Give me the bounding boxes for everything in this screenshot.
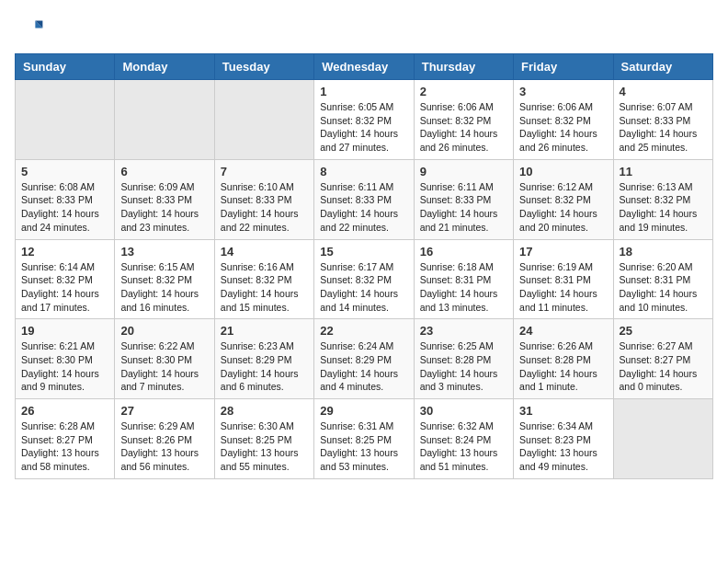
day-info: Sunrise: 6:09 AM Sunset: 8:33 PM Dayligh… [120, 180, 208, 235]
day-number: 16 [420, 245, 507, 259]
day-info: Sunrise: 6:28 AM Sunset: 8:27 PM Dayligh… [21, 419, 108, 474]
calendar-cell: 7Sunrise: 6:10 AM Sunset: 8:33 PM Daylig… [214, 159, 313, 239]
day-info: Sunrise: 6:17 AM Sunset: 8:32 PM Dayligh… [320, 260, 407, 315]
day-number: 19 [21, 324, 108, 338]
day-info: Sunrise: 6:16 AM Sunset: 8:32 PM Dayligh… [221, 260, 308, 315]
calendar-header-thursday: Thursday [414, 54, 513, 80]
calendar-cell: 26Sunrise: 6:28 AM Sunset: 8:27 PM Dayli… [16, 399, 115, 479]
calendar-cell: 27Sunrise: 6:29 AM Sunset: 8:26 PM Dayli… [115, 399, 214, 479]
calendar-cell: 30Sunrise: 6:32 AM Sunset: 8:24 PM Dayli… [414, 399, 513, 479]
day-number: 22 [320, 324, 407, 338]
day-number: 1 [320, 85, 407, 98]
day-info: Sunrise: 6:18 AM Sunset: 8:31 PM Dayligh… [420, 260, 507, 315]
logo-icon [15, 15, 44, 44]
calendar-cell: 2Sunrise: 6:06 AM Sunset: 8:32 PM Daylig… [414, 80, 513, 160]
day-number: 15 [320, 245, 407, 259]
day-info: Sunrise: 6:31 AM Sunset: 8:25 PM Dayligh… [320, 419, 407, 474]
day-number: 24 [519, 324, 607, 338]
day-number: 12 [21, 245, 108, 259]
calendar-cell: 25Sunrise: 6:27 AM Sunset: 8:27 PM Dayli… [613, 319, 712, 399]
calendar-cell: 8Sunrise: 6:11 AM Sunset: 8:33 PM Daylig… [314, 159, 414, 239]
day-info: Sunrise: 6:20 AM Sunset: 8:31 PM Dayligh… [620, 260, 707, 315]
calendar-header-saturday: Saturday [613, 54, 712, 80]
day-number: 21 [221, 324, 308, 338]
day-info: Sunrise: 6:06 AM Sunset: 8:32 PM Dayligh… [519, 100, 607, 155]
calendar-cell: 3Sunrise: 6:06 AM Sunset: 8:32 PM Daylig… [514, 80, 613, 160]
day-number: 13 [120, 245, 208, 259]
day-number: 8 [320, 165, 407, 178]
calendar-cell: 6Sunrise: 6:09 AM Sunset: 8:33 PM Daylig… [115, 159, 214, 239]
calendar-cell: 10Sunrise: 6:12 AM Sunset: 8:32 PM Dayli… [514, 159, 613, 239]
day-info: Sunrise: 6:11 AM Sunset: 8:33 PM Dayligh… [320, 180, 407, 235]
day-number: 27 [120, 404, 208, 418]
calendar-table: SundayMondayTuesdayWednesdayThursdayFrid… [15, 53, 713, 479]
calendar-cell: 18Sunrise: 6:20 AM Sunset: 8:31 PM Dayli… [613, 239, 712, 319]
day-number: 9 [420, 165, 507, 178]
calendar-cell: 29Sunrise: 6:31 AM Sunset: 8:25 PM Dayli… [314, 399, 414, 479]
day-info: Sunrise: 6:21 AM Sunset: 8:30 PM Dayligh… [21, 339, 108, 394]
logo [15, 15, 48, 44]
calendar-cell: 28Sunrise: 6:30 AM Sunset: 8:25 PM Dayli… [214, 399, 313, 479]
calendar-cell: 22Sunrise: 6:24 AM Sunset: 8:29 PM Dayli… [314, 319, 414, 399]
day-number: 25 [620, 324, 707, 338]
calendar-cell: 11Sunrise: 6:13 AM Sunset: 8:32 PM Dayli… [613, 159, 712, 239]
calendar-row-0: 1Sunrise: 6:05 AM Sunset: 8:32 PM Daylig… [16, 80, 713, 160]
day-info: Sunrise: 6:12 AM Sunset: 8:32 PM Dayligh… [519, 180, 607, 235]
calendar-cell: 5Sunrise: 6:08 AM Sunset: 8:33 PM Daylig… [16, 159, 115, 239]
day-number: 31 [519, 404, 607, 418]
day-number: 18 [620, 245, 707, 259]
calendar-cell: 1Sunrise: 6:05 AM Sunset: 8:32 PM Daylig… [314, 80, 414, 160]
calendar-cell [16, 80, 115, 160]
calendar-header-row: SundayMondayTuesdayWednesdayThursdayFrid… [16, 54, 713, 80]
calendar-cell: 31Sunrise: 6:34 AM Sunset: 8:23 PM Dayli… [514, 399, 613, 479]
day-info: Sunrise: 6:26 AM Sunset: 8:28 PM Dayligh… [519, 339, 607, 394]
day-info: Sunrise: 6:22 AM Sunset: 8:30 PM Dayligh… [120, 339, 208, 394]
page-header [15, 15, 713, 44]
day-info: Sunrise: 6:30 AM Sunset: 8:25 PM Dayligh… [221, 419, 308, 474]
day-info: Sunrise: 6:32 AM Sunset: 8:24 PM Dayligh… [420, 419, 507, 474]
calendar-row-2: 12Sunrise: 6:14 AM Sunset: 8:32 PM Dayli… [16, 239, 713, 319]
day-info: Sunrise: 6:10 AM Sunset: 8:33 PM Dayligh… [221, 180, 308, 235]
day-info: Sunrise: 6:14 AM Sunset: 8:32 PM Dayligh… [21, 260, 108, 315]
day-info: Sunrise: 6:34 AM Sunset: 8:23 PM Dayligh… [519, 419, 607, 474]
day-number: 30 [420, 404, 507, 418]
day-info: Sunrise: 6:07 AM Sunset: 8:33 PM Dayligh… [620, 100, 707, 155]
calendar-cell [214, 80, 313, 160]
day-number: 3 [519, 85, 607, 98]
calendar-cell: 19Sunrise: 6:21 AM Sunset: 8:30 PM Dayli… [16, 319, 115, 399]
calendar-cell: 13Sunrise: 6:15 AM Sunset: 8:32 PM Dayli… [115, 239, 214, 319]
day-number: 2 [420, 85, 507, 98]
day-number: 6 [120, 165, 208, 178]
day-info: Sunrise: 6:15 AM Sunset: 8:32 PM Dayligh… [120, 260, 208, 315]
calendar-cell [115, 80, 214, 160]
calendar-header-friday: Friday [514, 54, 613, 80]
calendar-cell: 14Sunrise: 6:16 AM Sunset: 8:32 PM Dayli… [214, 239, 313, 319]
calendar-cell: 24Sunrise: 6:26 AM Sunset: 8:28 PM Dayli… [514, 319, 613, 399]
calendar-row-4: 26Sunrise: 6:28 AM Sunset: 8:27 PM Dayli… [16, 399, 713, 479]
calendar-cell: 15Sunrise: 6:17 AM Sunset: 8:32 PM Dayli… [314, 239, 414, 319]
calendar-cell: 23Sunrise: 6:25 AM Sunset: 8:28 PM Dayli… [414, 319, 513, 399]
calendar-cell: 12Sunrise: 6:14 AM Sunset: 8:32 PM Dayli… [16, 239, 115, 319]
day-info: Sunrise: 6:25 AM Sunset: 8:28 PM Dayligh… [420, 339, 507, 394]
day-number: 20 [120, 324, 208, 338]
day-number: 5 [21, 165, 108, 178]
day-info: Sunrise: 6:13 AM Sunset: 8:32 PM Dayligh… [620, 180, 707, 235]
calendar-cell [613, 399, 712, 479]
calendar-cell: 16Sunrise: 6:18 AM Sunset: 8:31 PM Dayli… [414, 239, 513, 319]
day-number: 23 [420, 324, 507, 338]
day-info: Sunrise: 6:24 AM Sunset: 8:29 PM Dayligh… [320, 339, 407, 394]
day-info: Sunrise: 6:29 AM Sunset: 8:26 PM Dayligh… [120, 419, 208, 474]
day-number: 26 [21, 404, 108, 418]
calendar-cell: 21Sunrise: 6:23 AM Sunset: 8:29 PM Dayli… [214, 319, 313, 399]
calendar-cell: 4Sunrise: 6:07 AM Sunset: 8:33 PM Daylig… [613, 80, 712, 160]
day-info: Sunrise: 6:23 AM Sunset: 8:29 PM Dayligh… [221, 339, 308, 394]
calendar-header-monday: Monday [115, 54, 214, 80]
calendar-header-sunday: Sunday [16, 54, 115, 80]
day-number: 29 [320, 404, 407, 418]
day-info: Sunrise: 6:06 AM Sunset: 8:32 PM Dayligh… [420, 100, 507, 155]
day-info: Sunrise: 6:11 AM Sunset: 8:33 PM Dayligh… [420, 180, 507, 235]
day-info: Sunrise: 6:05 AM Sunset: 8:32 PM Dayligh… [320, 100, 407, 155]
day-number: 7 [221, 165, 308, 178]
day-number: 28 [221, 404, 308, 418]
day-number: 17 [519, 245, 607, 259]
